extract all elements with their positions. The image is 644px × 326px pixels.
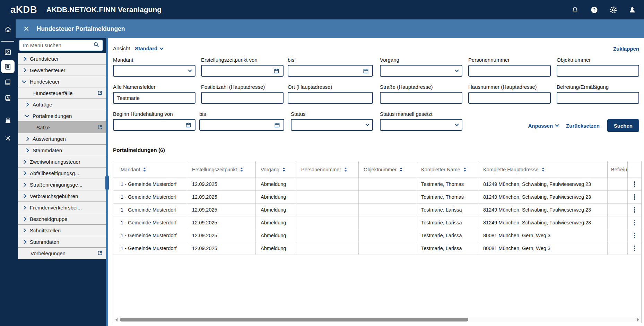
view-dropdown[interactable]: Standard xyxy=(135,45,163,51)
col-label: Personennummer xyxy=(301,167,341,172)
objektnummer-input[interactable] xyxy=(561,68,635,74)
horizontal-scrollbar[interactable] xyxy=(114,317,641,323)
sort-icon[interactable] xyxy=(542,168,545,172)
status-select[interactable] xyxy=(291,119,373,131)
postleitzahl-input[interactable] xyxy=(205,95,279,101)
table-row[interactable]: 1 - Gemeinde Musterdorf 12.09.2025 Abmel… xyxy=(113,242,641,255)
sidebar-item-fremdenverkehrsbeitrag[interactable]: Fremdenverkehrsbei... xyxy=(18,202,106,213)
row-menu-kebab-icon[interactable] xyxy=(633,244,637,252)
menu-search-input[interactable] xyxy=(23,42,93,48)
sidebar-item-schnittstellen[interactable]: Schnittstellen xyxy=(18,225,106,236)
sidebar-item-auftraege[interactable]: Aufträge xyxy=(18,99,106,110)
table-row[interactable]: 1 - Gemeinde Musterdorf 12.09.2025 Abmel… xyxy=(113,216,641,229)
sidebar-item-vorbelegungen[interactable]: Vorbelegungen xyxy=(18,248,106,259)
erstellung-bis-date-input[interactable] xyxy=(288,65,373,77)
external-link-icon[interactable] xyxy=(97,91,102,96)
sidebar-item-grundsteuer[interactable]: Grundsteuer xyxy=(18,53,106,65)
col-header-kompletter-name[interactable]: Kompletter Name xyxy=(416,161,478,178)
sidebar-item-gewerbesteuer[interactable]: Gewerbesteuer xyxy=(18,65,106,76)
table-row[interactable]: 1 - Gemeinde Musterdorf 12.09.2025 Abmel… xyxy=(113,229,641,242)
sort-icon[interactable] xyxy=(143,168,146,172)
col-header-vorgang[interactable]: Vorgang xyxy=(256,161,296,178)
notifications-bell-icon[interactable] xyxy=(571,6,579,14)
calendar-icon[interactable] xyxy=(274,122,280,128)
sidebar-item-abfallbeseitigung[interactable]: Abfallbeseitigungsg... xyxy=(18,168,106,179)
invoice-icon[interactable] xyxy=(1,60,15,73)
row-menu-kebab-icon[interactable] xyxy=(633,180,637,188)
beginn-von-date-input[interactable] xyxy=(113,119,195,131)
sidebar-item-verbrauchsgebuehren[interactable]: Verbrauchsgebühren xyxy=(18,190,106,202)
sort-icon[interactable] xyxy=(282,168,285,172)
sidebar-item-strassenreinigung[interactable]: Straßenreinigungsge... xyxy=(18,179,106,190)
splitter-drag-handle[interactable] xyxy=(105,175,109,190)
sort-icon[interactable] xyxy=(463,168,466,172)
tools-icon[interactable] xyxy=(1,131,15,145)
col-header-erstellungszeitpunkt[interactable]: Erstellungszeitpunkt xyxy=(187,161,256,178)
collapse-filters-link[interactable]: Zuklappen xyxy=(613,46,639,52)
sidebar-item-auswertungen[interactable]: Auswertungen xyxy=(18,133,106,145)
sidebar-item-hundesteuerfaelle[interactable]: Hundesteuerfälle xyxy=(18,87,106,99)
table-row[interactable]: 1 - Gemeinde Musterdorf 12.09.2025 Abmel… xyxy=(113,191,641,204)
sidebar-item-saetze[interactable]: Sätze xyxy=(18,122,106,133)
sidebar-item-hundesteuer[interactable]: Hundesteuer xyxy=(18,76,106,87)
col-header-befreiung[interactable]: Befreiu xyxy=(608,161,628,178)
scrollbar-thumb[interactable] xyxy=(120,318,468,321)
sidebar-item-stammdaten-hund[interactable]: Stammdaten xyxy=(18,145,106,156)
cell-erstellungszeitpunkt: 12.09.2025 xyxy=(187,178,256,190)
sidebar-item-portalmeldungen[interactable]: Portalmeldungen xyxy=(18,110,106,122)
table-row[interactable]: 1 - Gemeinde Musterdorf 12.09.2025 Abmel… xyxy=(113,178,641,191)
col-label: Mandant xyxy=(121,167,140,172)
calculator-icon[interactable] xyxy=(1,114,15,127)
sort-icon[interactable] xyxy=(344,168,347,172)
row-menu-kebab-icon[interactable] xyxy=(633,193,637,201)
scroll-right-arrow-icon[interactable] xyxy=(637,318,639,321)
col-header-mandant[interactable]: Mandant xyxy=(113,161,187,178)
sidebar-item-zweitwohnungssteuer[interactable]: Zweitwohnungssteuer xyxy=(18,156,106,168)
scroll-left-arrow-icon[interactable] xyxy=(115,318,118,321)
calendar-icon[interactable] xyxy=(273,68,279,74)
settings-gear-icon[interactable] xyxy=(609,6,617,14)
col-header-komplette-hauptadresse[interactable]: Komplette Hauptadresse xyxy=(478,161,608,178)
befreiung-input[interactable] xyxy=(561,95,635,101)
beginn-bis-date-input[interactable] xyxy=(199,119,284,131)
calendar-icon[interactable] xyxy=(185,122,191,128)
col-header-objektnummer[interactable]: Objektnummer xyxy=(359,161,416,178)
view-label: Ansicht xyxy=(113,45,130,51)
hausnummer-input[interactable] xyxy=(472,95,547,101)
row-menu-kebab-icon[interactable] xyxy=(633,231,637,240)
calendar-icon[interactable] xyxy=(363,68,369,74)
status-manuell-select[interactable] xyxy=(380,119,462,131)
cell-objektnummer xyxy=(359,191,416,203)
row-menu-kebab-icon[interactable] xyxy=(633,218,637,227)
zuruecksetzen-button[interactable]: Zurücksetzen xyxy=(566,123,600,129)
menu-item-label: Grundsteuer xyxy=(30,56,59,62)
sort-icon[interactable] xyxy=(240,168,243,172)
user-account-icon[interactable] xyxy=(628,6,636,14)
external-link-icon[interactable] xyxy=(97,251,102,257)
sidebar-item-bescheidgruppe[interactable]: Bescheidgruppe xyxy=(18,213,106,225)
dictionary-a-icon[interactable]: A xyxy=(1,91,15,104)
table-row[interactable]: 1 - Gemeinde Musterdorf 12.09.2025 Abmel… xyxy=(113,204,641,216)
alle-namensfelder-input[interactable] xyxy=(117,95,191,101)
person-card-icon[interactable] xyxy=(1,45,15,59)
sidebar-item-stammdaten[interactable]: Stammdaten xyxy=(18,236,106,248)
book-icon[interactable] xyxy=(1,76,15,89)
external-link-icon[interactable] xyxy=(97,125,102,131)
suchen-button[interactable]: Suchen xyxy=(607,119,639,132)
anpassen-dropdown[interactable]: Anpassen xyxy=(528,123,558,129)
cell-personennummer xyxy=(296,216,359,229)
col-header-personennummer[interactable]: Personennummer xyxy=(296,161,359,178)
sort-icon[interactable] xyxy=(400,168,402,172)
row-menu-kebab-icon[interactable] xyxy=(633,206,637,214)
personennummer-input[interactable] xyxy=(472,68,547,74)
erstellung-von-date-input[interactable] xyxy=(201,65,284,77)
close-tab-icon[interactable]: × xyxy=(24,25,29,33)
mandant-select[interactable] xyxy=(113,65,195,77)
cell-mandant: 1 - Gemeinde Musterdorf xyxy=(113,191,187,203)
strasse-input[interactable] xyxy=(384,95,458,101)
search-icon[interactable] xyxy=(93,42,99,49)
help-icon[interactable]: ? xyxy=(590,6,598,14)
vorgang-select[interactable] xyxy=(380,65,462,77)
home-icon[interactable] xyxy=(1,23,15,36)
ort-input[interactable] xyxy=(292,95,369,101)
